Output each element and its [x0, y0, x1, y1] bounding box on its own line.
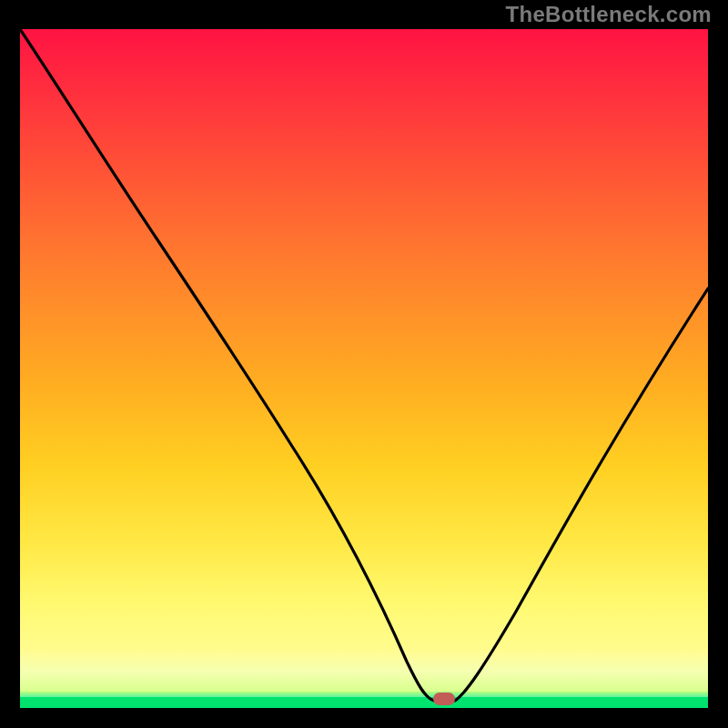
bottleneck-curve [20, 29, 708, 708]
curve-path [20, 29, 708, 701]
watermark-label: TheBottleneck.com [506, 2, 712, 27]
plot-area [20, 29, 708, 708]
chart-frame: TheBottleneck.com [0, 0, 728, 728]
optimum-marker [433, 693, 455, 705]
